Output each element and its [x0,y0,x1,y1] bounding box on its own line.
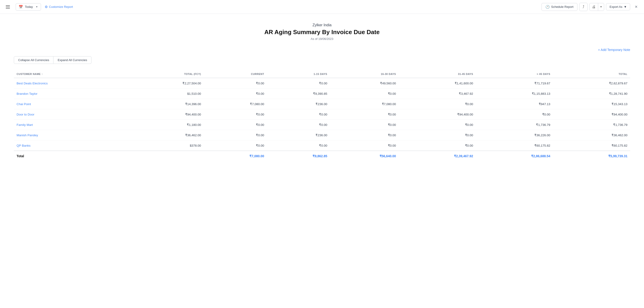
table-row: Family Mart₹1,180.00₹0.00₹0.00₹0.00₹0.00… [14,120,630,130]
customize-report-button[interactable]: ⚙ Customize Report [45,5,73,9]
footer-31-45: ₹2,39,467.92 [399,151,476,161]
col-total: TOTAL [553,70,630,78]
report-title: AR Aging Summary By Invoice Due Date [14,29,630,36]
print-button[interactable]: 🖨 [590,3,598,11]
report-header: Zylker India AR Aging Summary By Invoice… [14,23,630,41]
menu-button[interactable] [4,3,12,11]
chevron-down-icon: ▼ [600,6,602,8]
customer-link[interactable]: Manish Pandey [16,133,38,137]
print-button-group: 🖨 ▼ [590,3,604,11]
customer-link[interactable]: QP Banks [16,144,31,147]
table-row: Manish Pandey₹36,462.00₹0.00₹236.00₹0.00… [14,130,630,140]
calendar-icon: 📅 [19,5,23,9]
col-customer-name: CUSTOMER NAME ↑ [14,70,128,78]
customer-link[interactable]: Door to Door [16,113,34,116]
export-button[interactable]: Export As ▼ [606,3,630,10]
table-header-row: CUSTOMER NAME ↑ TOTAL (FCY) CURRENT 1-15… [14,70,630,78]
expand-all-currencies-button[interactable]: Expand All Currencies [54,56,92,64]
share-icon: ⤴ [582,5,584,9]
table-row: Door to Door₹94,400.00₹0.00₹0.00₹0.00₹94… [14,109,630,120]
date-selector[interactable]: 📅 Today ▼ [16,3,41,11]
report-org: Zylker India [14,23,630,27]
col-16-30-days: 16-30 DAYS [330,70,399,78]
footer-label: Total [14,151,128,161]
toolbar: 📅 Today ▼ ⚙ Customize Report 🕐 Schedule … [0,0,644,14]
totals-row: Total ₹7,080.00 ₹9,862.85 ₹56,640.00 ₹2,… [14,151,630,161]
footer-1-15: ₹9,862.85 [267,151,330,161]
report-as-of: As of 19/06/2023 [14,37,630,41]
print-icon: 🖨 [592,5,596,9]
footer-current: ₹7,080.00 [204,151,267,161]
chevron-down-icon: ▼ [36,6,38,8]
currency-buttons: Collapse All Currencies Expand All Curre… [14,56,630,64]
export-label: Export As [610,5,622,9]
col-current: CURRENT [204,70,267,78]
col-31-45-days: 31-45 DAYS [399,70,476,78]
date-label: Today [25,5,33,9]
schedule-report-button[interactable]: 🕐 Schedule Report [542,3,578,11]
table-row: QP Banks$378.00₹0.00₹0.00₹0.00₹0.00₹60,1… [14,140,630,151]
col-total-fcy: TOTAL (FCY) [128,70,204,78]
footer-16-30: ₹56,640.00 [330,151,399,161]
table-row: Best Deals Electronics₹2,27,504.00₹0.00₹… [14,78,630,89]
gear-icon: ⚙ [45,5,48,9]
table-body: Best Deals Electronics₹2,27,504.00₹0.00₹… [14,78,630,151]
customer-link[interactable]: Best Deals Electronics [16,82,48,85]
print-dropdown-button[interactable]: ▼ [598,4,604,10]
add-temporary-note-button[interactable]: + Add Temporary Note [598,48,630,52]
add-note-row: + Add Temporary Note [14,48,630,52]
report-container: Zylker India AR Aging Summary By Invoice… [0,14,644,170]
table-row: Brandon Taylor$1,510.00₹0.00₹9,390.85₹0.… [14,89,630,99]
add-note-label: + Add Temporary Note [598,48,630,52]
toolbar-right: 🕐 Schedule Report ⤴ 🖨 ▼ Export As ▼ × [542,3,640,11]
schedule-label: Schedule Report [551,5,574,9]
share-button[interactable]: ⤴ [579,3,588,11]
collapse-all-currencies-button[interactable]: Collapse All Currencies [14,56,54,64]
col-1-15-days: 1-15 DAYS [267,70,330,78]
close-icon: × [635,4,638,10]
footer-gt-45: ₹2,86,688.54 [476,151,553,161]
close-button[interactable]: × [632,3,640,11]
customize-label: Customize Report [49,5,73,9]
table-row: Chai Point₹14,396.00₹7,080.00₹236.00₹7,0… [14,99,630,109]
table-header: CUSTOMER NAME ↑ TOTAL (FCY) CURRENT 1-15… [14,70,630,78]
footer-total: ₹5,99,739.31 [553,151,630,161]
chevron-down-icon: ▼ [624,5,627,9]
customer-link[interactable]: Chai Point [16,102,31,106]
toolbar-left: 📅 Today ▼ ⚙ Customize Report [4,3,73,11]
col-gt-45-days: > 45 DAYS [476,70,553,78]
customer-link[interactable]: Family Mart [16,123,33,127]
table-footer: Total ₹7,080.00 ₹9,862.85 ₹56,640.00 ₹2,… [14,151,630,161]
hamburger-icon [6,5,10,9]
clock-icon: 🕐 [546,5,550,9]
customer-link[interactable]: Brandon Taylor [16,92,38,95]
report-table: CUSTOMER NAME ↑ TOTAL (FCY) CURRENT 1-15… [14,70,630,161]
